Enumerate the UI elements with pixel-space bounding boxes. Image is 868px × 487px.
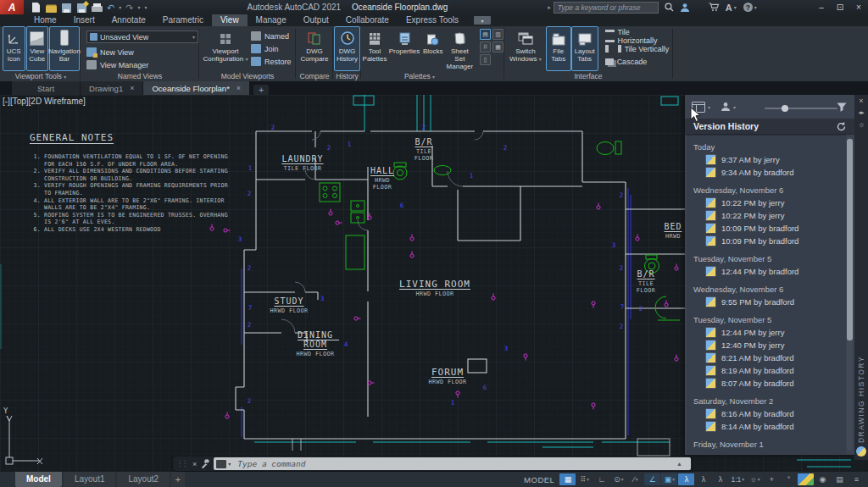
new-view-button[interactable]: New View [86, 46, 198, 58]
version-entry[interactable]: 10:22 PM by jerry [687, 196, 846, 209]
search-icon[interactable] [665, 3, 674, 12]
layout-tab-layout2[interactable]: Layout2 [117, 472, 170, 487]
search-input[interactable]: Type a keyword or phrase [554, 2, 659, 14]
redo-dropdown-icon[interactable]: ▾ [137, 4, 140, 10]
command-close-icon[interactable]: × [192, 460, 197, 468]
panel-autohide-icon[interactable]: ◂▸ [858, 107, 864, 119]
version-entry[interactable]: 10:09 PM by bradford [687, 235, 846, 247]
dwg-compare-button[interactable]: DWG Compare [297, 26, 332, 71]
viewport-configuration-button[interactable]: Viewport Configuration ▾ [200, 26, 251, 71]
file-tab-close-icon[interactable]: × [130, 84, 134, 92]
version-entry[interactable]: 12:44 PM by jerry [687, 326, 846, 339]
command-dropdown-icon[interactable]: ▾ [228, 461, 231, 467]
join-viewports-button[interactable]: Join [251, 42, 292, 55]
refresh-icon[interactable] [837, 122, 846, 131]
version-entry[interactable]: 10:09 PM by bradford [687, 222, 846, 235]
object-snap-tracking-icon[interactable]: ∠ [644, 473, 660, 485]
version-entry[interactable]: 10:22 PM by jerry [687, 209, 846, 222]
properties-button[interactable]: Properties [387, 26, 421, 71]
redo-icon[interactable]: ↷ [125, 3, 133, 13]
featured-apps-icon[interactable]: ▾ [474, 16, 491, 25]
clean-screen-icon[interactable]: ▤ [832, 473, 848, 485]
app-store-cart-icon[interactable] [709, 3, 720, 12]
layout-tabs-toggle-button[interactable]: Layout Tabs [571, 26, 598, 71]
new-file-icon[interactable] [31, 3, 42, 13]
design-center-icon[interactable]: ▤ [480, 29, 491, 40]
sheet-set-manager-button[interactable]: Sheet Set Manager [445, 26, 476, 71]
panel-label-viewport-tools[interactable]: Viewport Tools ▾ [2, 71, 80, 81]
undo-icon[interactable]: ↶ [107, 3, 114, 13]
autoscale-icon[interactable]: λ [695, 473, 711, 485]
view-cube-toggle-button[interactable]: View Cube [26, 26, 49, 71]
model-space-label[interactable]: MODEL [524, 475, 554, 484]
named-viewports-button[interactable]: Named [251, 30, 292, 42]
menu-tab-manage[interactable]: Manage [248, 14, 295, 26]
annotation-scale-list-icon[interactable]: λ [712, 473, 728, 485]
sign-in-icon[interactable] [680, 3, 690, 13]
version-entry[interactable]: 12:40 PM by jerry [687, 339, 846, 351]
file-tabs-toggle-button[interactable]: File Tabs [546, 26, 571, 71]
tile-vertically-button[interactable]: Tile Vertically [605, 42, 671, 55]
user-filter-button[interactable]: ▾ [721, 102, 736, 112]
restore-icon[interactable]: ⊡ [831, 1, 849, 14]
save-as-icon[interactable] [76, 3, 87, 13]
autodesk-app-icon[interactable]: A [726, 3, 732, 13]
date-range-slider[interactable] [765, 108, 837, 109]
panel-scrollbar-thumb[interactable] [847, 139, 853, 340]
panel-properties-icon[interactable]: ☼ [858, 119, 865, 130]
close-icon[interactable]: × [849, 1, 868, 14]
count-icon[interactable]: ⠿ [480, 42, 491, 53]
autodesk-app-dropdown-icon[interactable]: ▾ [734, 4, 737, 10]
clipboard-icon[interactable]: ▯ [480, 54, 491, 65]
menu-tab-view[interactable]: View [212, 14, 248, 26]
qat-customize-icon[interactable]: ▾ [144, 4, 147, 10]
autocad-logo-button[interactable]: A [0, 0, 24, 14]
help-dropdown-icon[interactable]: ▾ [754, 4, 757, 10]
panel-scrollbar[interactable] [847, 137, 853, 451]
markup-icon[interactable]: ▥ [492, 29, 504, 40]
workspace-switching-icon[interactable]: ☼▾ [747, 473, 763, 485]
quick-calc-icon[interactable]: ▦ [492, 42, 504, 53]
version-entry[interactable]: 9:34 AM by bradford [687, 166, 846, 179]
polar-tracking-icon[interactable]: ⊙▾ [610, 473, 626, 485]
annotation-scale-value[interactable]: 1:1▾ [729, 473, 746, 485]
snap-mode-icon[interactable]: ⠿▾ [576, 473, 593, 485]
navigation-bar-toggle-button[interactable]: Navigation Bar [49, 26, 80, 71]
version-entry[interactable]: 8:19 AM by bradford [687, 364, 846, 377]
customize-wrench-icon[interactable] [200, 459, 210, 469]
plot-icon[interactable] [92, 3, 103, 13]
customization-icon[interactable]: ≡ [849, 473, 865, 485]
search-collapse-icon[interactable]: ▸ [548, 4, 551, 11]
minimize-icon[interactable]: – [812, 1, 831, 14]
dwg-history-button[interactable]: DWG History [334, 26, 360, 71]
file-tab-oceanside-floorplan-[interactable]: Oceanside Floorplan*× [143, 81, 250, 95]
annotation-monitor-icon[interactable]: + [764, 473, 780, 485]
panel-label-palettes[interactable]: Palettes ▾ [362, 71, 477, 81]
command-input[interactable]: ▾ Type a command ▲ [214, 457, 691, 470]
cascade-button[interactable]: Cascade [605, 55, 671, 68]
version-entry[interactable]: 8:16 AM by bradford [687, 407, 846, 420]
menu-tab-annotate[interactable]: Annotate [103, 14, 154, 26]
save-icon[interactable] [61, 3, 72, 13]
view-manager-button[interactable]: View Manager [86, 58, 198, 71]
viewport-controls[interactable]: [-][Top][2D Wireframe] [3, 97, 86, 106]
undo-dropdown-icon[interactable]: ▾ [119, 4, 121, 10]
restore-viewports-button[interactable]: Restore [251, 55, 292, 68]
layout-tab-model[interactable]: Model [15, 472, 62, 487]
new-layout-icon[interactable]: + [171, 472, 185, 487]
grid-display-icon[interactable]: ▦ [559, 473, 576, 485]
menu-tab-home[interactable]: Home [25, 14, 65, 26]
layout-tab-layout1[interactable]: Layout1 [64, 472, 116, 487]
command-window-icon[interactable] [216, 460, 226, 468]
open-file-icon[interactable] [46, 3, 57, 13]
view-dropdown[interactable]: Unsaved View ▾ [86, 30, 198, 43]
share-icon[interactable] [798, 473, 814, 485]
version-entry[interactable]: 8:21 AM by bradford [687, 351, 846, 364]
file-tab-drawing1[interactable]: Drawing1× [81, 81, 143, 95]
version-entry[interactable]: 12:44 PM by bradford [687, 265, 846, 278]
slider-thumb[interactable] [782, 105, 788, 112]
annotation-visibility-icon[interactable]: λ [678, 473, 694, 485]
units-icon[interactable]: ° [781, 473, 797, 485]
menu-tab-collaborate[interactable]: Collaborate [337, 14, 398, 26]
ortho-mode-icon[interactable]: ∟ [593, 473, 609, 485]
